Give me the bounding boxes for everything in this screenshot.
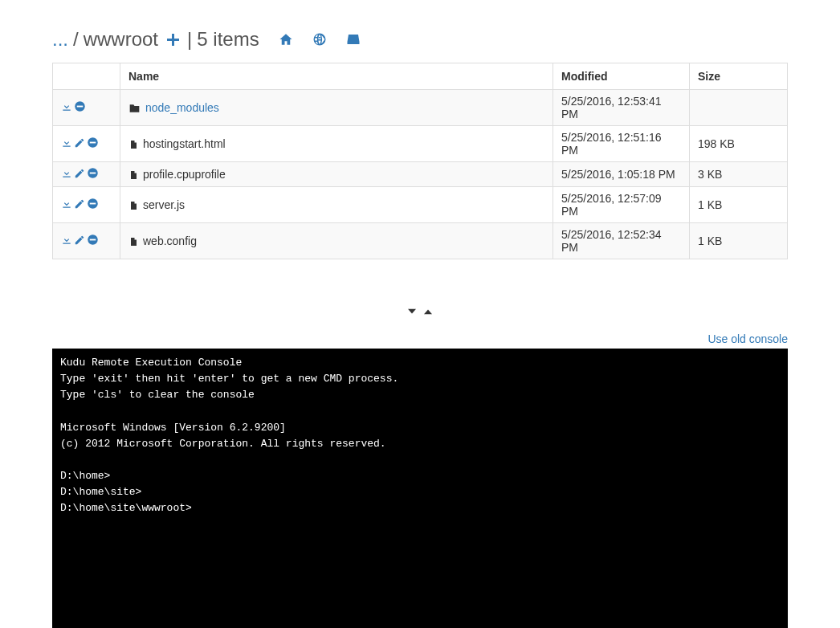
breadcrumb: ... / wwwroot | 5 items: [52, 28, 788, 51]
row-name-cell: hostingstart.html: [120, 126, 553, 162]
download-icon[interactable]: [61, 198, 72, 210]
edit-icon[interactable]: [74, 168, 85, 179]
resize-handle[interactable]: [52, 304, 788, 324]
row-actions: [53, 187, 120, 223]
row-modified: 5/25/2016, 1:05:18 PM: [553, 162, 690, 187]
svg-rect-7: [90, 203, 96, 205]
breadcrumb-parent-link[interactable]: ...: [52, 28, 68, 51]
breadcrumb-pipe: |: [187, 28, 192, 51]
file-name: web.config: [143, 234, 197, 247]
chevron-down-icon: [404, 304, 420, 320]
table-row: profile.cpuprofile5/25/2016, 1:05:18 PM3…: [53, 162, 788, 187]
svg-rect-9: [90, 239, 96, 241]
row-size: 3 KB: [690, 162, 788, 187]
edit-icon[interactable]: [74, 198, 85, 210]
row-actions: [53, 90, 120, 126]
delete-icon[interactable]: [87, 198, 99, 210]
row-size: 1 KB: [690, 223, 788, 259]
table-row: hostingstart.html5/25/2016, 12:51:16 PM1…: [53, 126, 788, 162]
svg-rect-3: [90, 142, 96, 144]
download-icon[interactable]: [61, 234, 72, 246]
chevron-up-icon: [420, 304, 436, 320]
breadcrumb-separator: /: [73, 28, 79, 51]
file-name: profile.cpuprofile: [143, 168, 226, 181]
disk-icon[interactable]: [346, 32, 361, 47]
file-name: server.js: [143, 198, 185, 211]
file-table: Name Modified Size node_modules5/25/2016…: [52, 63, 788, 259]
home-icon[interactable]: [279, 32, 293, 47]
edit-icon[interactable]: [74, 137, 85, 149]
breadcrumb-current: wwwroot: [84, 28, 158, 51]
file-name: hostingstart.html: [143, 137, 226, 150]
add-icon[interactable]: [163, 31, 182, 47]
file-icon: [128, 200, 138, 211]
download-icon[interactable]: [61, 168, 72, 179]
row-name-cell: node_modules: [120, 90, 553, 126]
table-row: node_modules5/25/2016, 12:53:41 PM: [53, 90, 788, 126]
delete-icon[interactable]: [87, 167, 99, 179]
svg-rect-5: [90, 173, 96, 174]
svg-rect-1: [77, 106, 84, 108]
file-icon: [128, 236, 138, 247]
globe-icon[interactable]: [312, 32, 327, 47]
row-name-cell: web.config: [120, 223, 553, 259]
row-name-cell: profile.cpuprofile: [120, 162, 553, 187]
row-modified: 5/25/2016, 12:57:09 PM: [553, 187, 690, 223]
col-modified: Modified: [553, 63, 690, 90]
col-actions: [53, 63, 120, 90]
row-size: 1 KB: [690, 187, 788, 223]
table-row: server.js5/25/2016, 12:57:09 PM1 KB: [53, 187, 788, 223]
col-size: Size: [690, 63, 788, 90]
table-row: web.config5/25/2016, 12:52:34 PM1 KB: [53, 223, 788, 259]
row-modified: 5/25/2016, 12:53:41 PM: [553, 90, 690, 126]
file-icon: [128, 169, 138, 181]
console-output[interactable]: Kudu Remote Execution Console Type 'exit…: [52, 349, 788, 628]
row-modified: 5/25/2016, 12:52:34 PM: [553, 223, 690, 259]
row-modified: 5/25/2016, 12:51:16 PM: [553, 126, 690, 162]
row-actions: [53, 223, 120, 259]
delete-icon[interactable]: [74, 100, 86, 112]
row-actions: [53, 162, 120, 187]
col-name: Name: [120, 63, 553, 90]
download-icon[interactable]: [61, 101, 72, 112]
row-size: [690, 90, 788, 126]
download-icon[interactable]: [61, 137, 72, 149]
edit-icon[interactable]: [74, 234, 85, 246]
row-size: 198 KB: [690, 126, 788, 162]
use-old-console-link[interactable]: Use old console: [52, 332, 788, 345]
folder-link[interactable]: node_modules: [145, 101, 219, 114]
item-count: 5 items: [197, 28, 259, 51]
delete-icon[interactable]: [87, 234, 99, 246]
delete-icon[interactable]: [87, 137, 99, 149]
file-icon: [128, 139, 138, 150]
row-actions: [53, 126, 120, 162]
folder-icon: [128, 103, 141, 114]
row-name-cell: server.js: [120, 187, 553, 223]
